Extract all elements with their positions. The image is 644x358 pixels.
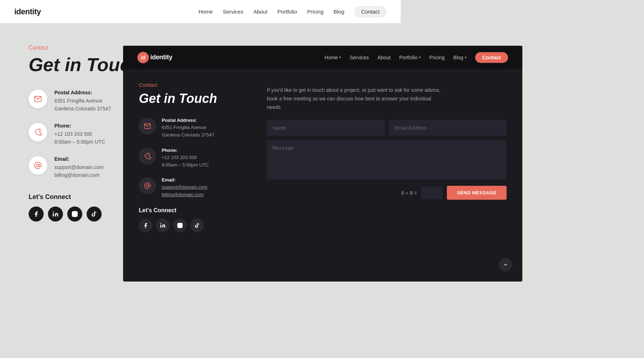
dark-email-text: Email: support@domain.com billing@domain… bbox=[162, 177, 207, 199]
name-input[interactable] bbox=[267, 120, 385, 136]
dark-logo-text: identity bbox=[150, 54, 172, 61]
light-mail-icon-circle bbox=[29, 90, 47, 108]
dark-at-icon bbox=[144, 182, 151, 189]
dark-nav: Home ▾ Services About Portfolio ▾ Pricin… bbox=[325, 52, 508, 63]
svg-point-6 bbox=[146, 185, 149, 187]
light-linkedin-button[interactable] bbox=[48, 207, 63, 222]
light-tiktok-button[interactable] bbox=[87, 207, 102, 222]
dark-logo-icon: id bbox=[137, 52, 149, 63]
dark-mail-icon-circle bbox=[139, 118, 156, 135]
light-postal-text: Postal Address: 6351 Fringilla Avenue Ga… bbox=[54, 90, 111, 113]
form-name-email-row bbox=[267, 120, 507, 136]
facebook-icon bbox=[33, 211, 39, 217]
dark-instagram-icon bbox=[177, 223, 183, 228]
dark-contact-label: Contact bbox=[139, 82, 250, 88]
light-email-label: Email: bbox=[54, 156, 103, 162]
captcha-label: 6 + 8 = bbox=[401, 190, 417, 196]
svg-point-7 bbox=[160, 223, 161, 224]
portfolio-chevron-icon: ▾ bbox=[419, 55, 421, 59]
light-logo: identity bbox=[14, 7, 41, 16]
dark-social-row bbox=[139, 219, 250, 232]
at-icon bbox=[34, 161, 42, 169]
dark-phone-text: Phone: +12 103 203 500 8:00am – 5:00pm U… bbox=[162, 148, 209, 169]
light-phone-icon-circle bbox=[29, 123, 47, 141]
dark-phone-block: Phone: +12 103 203 500 8:00am – 5:00pm U… bbox=[139, 148, 250, 169]
blog-chevron-icon: ▾ bbox=[465, 55, 467, 59]
dark-description: If you'd like to get in touch about a pr… bbox=[267, 86, 446, 111]
scroll-to-top-button[interactable] bbox=[499, 258, 512, 272]
dark-postal-label: Postal Address: bbox=[162, 118, 214, 123]
dark-nav-blog[interactable]: Blog ▾ bbox=[453, 55, 467, 60]
dark-nav-services[interactable]: Services bbox=[350, 55, 369, 60]
svg-point-2 bbox=[53, 212, 54, 213]
message-textarea[interactable] bbox=[267, 140, 507, 179]
dark-email-support[interactable]: support@domain.com bbox=[162, 184, 207, 191]
light-phone-label: Phone: bbox=[54, 123, 105, 129]
dark-page-title: Get in Touch bbox=[139, 91, 250, 106]
light-email-text: Email: support@domain.com billing@domain… bbox=[54, 156, 103, 179]
light-email-addresses: support@domain.com billing@domain.com bbox=[54, 163, 103, 179]
dark-phone-icon bbox=[144, 153, 151, 160]
dark-header: id identity Home ▾ Services About Portfo… bbox=[123, 46, 522, 69]
instagram-icon bbox=[72, 211, 78, 217]
send-message-button[interactable]: SEND MESSAGE bbox=[447, 186, 507, 200]
light-facebook-button[interactable] bbox=[29, 207, 44, 222]
dark-postal-block: Postal Address: 6351 Fringilla Avenue Ga… bbox=[139, 118, 250, 139]
light-phone-text: Phone: +12 103 203 500 8:00am – 5:00pm U… bbox=[54, 123, 105, 146]
captcha-input[interactable] bbox=[421, 187, 443, 199]
dark-email-label: Email: bbox=[162, 177, 207, 183]
dark-nav-about[interactable]: About bbox=[377, 55, 391, 60]
dark-right-column: If you'd like to get in touch about a pr… bbox=[267, 82, 507, 232]
light-nav: Home Services About Portfolio Pricing Bl… bbox=[199, 6, 386, 17]
light-nav-services[interactable]: Services bbox=[223, 9, 244, 15]
dark-body: Contact Get in Touch Postal Address: 635… bbox=[123, 69, 522, 245]
chevron-up-icon bbox=[503, 262, 508, 268]
dark-mail-icon bbox=[144, 123, 151, 130]
dark-linkedin-button[interactable] bbox=[156, 219, 170, 232]
dark-connect-title: Let's Connect bbox=[139, 207, 250, 214]
light-email-icon-circle bbox=[29, 156, 47, 175]
dark-logo: id identity bbox=[137, 52, 172, 63]
dark-left-column: Contact Get in Touch Postal Address: 635… bbox=[139, 82, 250, 232]
dark-instagram-button[interactable] bbox=[173, 219, 187, 232]
light-nav-home[interactable]: Home bbox=[199, 9, 213, 15]
tiktok-icon bbox=[91, 211, 97, 217]
light-postal-address: 6351 Fringilla Avenue Gardena Colorado 3… bbox=[54, 97, 111, 113]
linkedin-icon bbox=[52, 211, 59, 217]
dark-email-icon-circle bbox=[139, 177, 156, 194]
dark-postal-text: Postal Address: 6351 Fringilla Avenue Ga… bbox=[162, 118, 214, 139]
dark-nav-portfolio[interactable]: Portfolio ▾ bbox=[399, 55, 421, 60]
email-input[interactable] bbox=[389, 120, 507, 136]
dark-phone-details: +12 103 203 500 8:00am – 5:00pm UTC bbox=[162, 154, 209, 169]
light-instagram-button[interactable] bbox=[67, 207, 82, 222]
dark-facebook-icon bbox=[143, 223, 148, 228]
svg-point-1 bbox=[36, 164, 39, 166]
light-postal-label: Postal Address: bbox=[54, 90, 111, 95]
dark-linkedin-icon bbox=[160, 223, 166, 228]
light-nav-pricing[interactable]: Pricing bbox=[307, 9, 323, 15]
dark-facebook-button[interactable] bbox=[139, 219, 152, 232]
dark-email-block: Email: support@domain.com billing@domain… bbox=[139, 177, 250, 199]
light-nav-portfolio[interactable]: Portfolio bbox=[277, 9, 297, 15]
light-phone-details: +12 103 203 500 8:00am – 5:00pm UTC bbox=[54, 130, 105, 146]
dark-modal: id identity Home ▾ Services About Portfo… bbox=[123, 46, 522, 282]
dark-email-billing[interactable]: billing@domain.com bbox=[162, 191, 207, 199]
light-nav-about[interactable]: About bbox=[253, 9, 267, 15]
mail-icon bbox=[34, 95, 42, 103]
dark-nav-contact-button[interactable]: Contact bbox=[475, 52, 508, 63]
dark-phone-label: Phone: bbox=[162, 148, 209, 153]
dark-tiktok-button[interactable] bbox=[190, 219, 204, 232]
light-nav-blog[interactable]: Blog bbox=[333, 9, 344, 15]
light-nav-contact[interactable]: Contact bbox=[354, 6, 386, 17]
dark-postal-address: 6351 Fringilla Avenue Gardena Colorado 3… bbox=[162, 124, 214, 139]
dark-phone-icon-circle bbox=[139, 148, 156, 165]
form-bottom-row: 6 + 8 = SEND MESSAGE bbox=[267, 186, 507, 200]
home-chevron-icon: ▾ bbox=[339, 55, 341, 59]
dark-nav-pricing[interactable]: Pricing bbox=[429, 55, 445, 60]
dark-logo-icon-text: id bbox=[141, 55, 145, 60]
phone-icon bbox=[34, 128, 42, 136]
light-header: identity Home Services About Portfolio P… bbox=[0, 0, 401, 23]
dark-nav-home[interactable]: Home ▾ bbox=[325, 55, 341, 60]
dark-tiktok-icon bbox=[194, 223, 200, 228]
